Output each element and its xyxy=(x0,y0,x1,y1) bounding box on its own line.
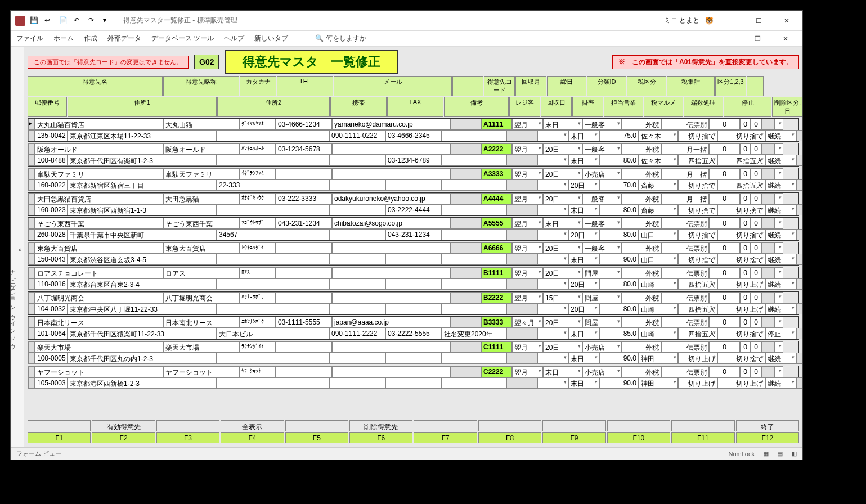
kana-field[interactable]: ﾊｯﾁｮｳﾎﾞﾘ xyxy=(239,292,276,303)
tax-select[interactable]: 外税 xyxy=(622,218,661,229)
record-selector[interactable] xyxy=(28,242,35,254)
addr2-field[interactable] xyxy=(217,353,329,364)
tel-field[interactable] xyxy=(276,242,332,254)
memo-field[interactable] xyxy=(442,179,506,191)
round-select[interactable]: 切り捨て xyxy=(678,204,717,215)
round-select[interactable]: 四捨五入 xyxy=(678,155,717,166)
register-select[interactable] xyxy=(537,278,568,290)
k3-field[interactable]: 0 xyxy=(751,193,761,204)
frac-select[interactable]: 切り上げ xyxy=(717,303,765,314)
memo-field[interactable] xyxy=(442,278,506,290)
fkey-label-button[interactable] xyxy=(542,420,605,431)
stop-select[interactable]: 継続 xyxy=(765,179,796,191)
kana-field[interactable]: ﾛｱｽ xyxy=(239,267,276,278)
tax-select[interactable]: 外税 xyxy=(622,366,661,377)
collect-day-select[interactable]: 末日 xyxy=(568,254,599,265)
zip-field[interactable]: 100-0005 xyxy=(35,353,68,364)
tel-field[interactable] xyxy=(276,267,332,278)
view-form-icon[interactable]: ▦ xyxy=(763,450,769,457)
tel-field[interactable]: 043-231-1234 xyxy=(276,218,332,229)
record-selector[interactable] xyxy=(28,193,35,204)
rate-field[interactable]: 90.0 xyxy=(599,377,639,389)
rate-field[interactable]: 90.0 xyxy=(599,254,639,265)
tell-me-search[interactable]: 🔍 何をしますか xyxy=(315,34,366,43)
menu-home[interactable]: ホーム xyxy=(53,34,74,43)
kana-field[interactable]: ﾊﾝｷｭｳｵｰﾙ xyxy=(239,143,276,155)
mail-field[interactable]: odakyukuroneko@yahoo.co.jp xyxy=(332,193,450,204)
rate-field[interactable]: 75.0 xyxy=(599,130,639,141)
month-select[interactable]: 翌月 xyxy=(512,242,543,254)
k3-field[interactable]: 0 xyxy=(751,218,761,229)
class-select[interactable]: 一般客 xyxy=(582,143,622,155)
memo-field[interactable] xyxy=(442,130,506,141)
save-icon[interactable]: 💾 xyxy=(30,16,39,25)
stop-select[interactable]: 継続 xyxy=(765,353,796,364)
memo-field[interactable] xyxy=(442,204,506,215)
k2-field[interactable]: 0 xyxy=(740,267,751,278)
fax-field[interactable]: 043-231-1234 xyxy=(385,229,442,240)
month-select[interactable]: 翌月 xyxy=(512,267,543,278)
stop-select[interactable]: 継続 xyxy=(765,254,796,265)
stop-select[interactable]: 継続 xyxy=(765,377,796,389)
tax-select[interactable]: 外税 xyxy=(622,292,661,303)
register-select[interactable] xyxy=(537,303,568,314)
abbr-field[interactable]: 韋駄天ファミリ xyxy=(163,168,239,179)
fkey-button[interactable]: F11 xyxy=(671,432,734,443)
fax-field[interactable]: 03-2222-4444 xyxy=(385,204,442,215)
zip-field[interactable]: 135-0042 xyxy=(35,130,68,141)
closing-select[interactable]: 20日 xyxy=(543,242,582,254)
mail-field[interactable] xyxy=(332,366,450,377)
k1-field[interactable]: 0 xyxy=(709,267,740,278)
rate-field[interactable]: 80.0 xyxy=(599,303,639,314)
stop-select[interactable]: 継続 xyxy=(765,204,796,215)
month-select[interactable]: 翌々月 xyxy=(512,317,543,328)
tax-select[interactable]: 外税 xyxy=(622,317,661,328)
agg-select[interactable]: 伝票別 xyxy=(661,119,709,130)
closing-select[interactable]: 末日 xyxy=(543,366,582,377)
abbr-field[interactable]: 大丸山猫 xyxy=(163,119,239,130)
k2-field[interactable]: 0 xyxy=(740,193,751,204)
k1-field[interactable]: 0 xyxy=(709,193,740,204)
zip-field[interactable]: 160-0022 xyxy=(35,179,68,191)
k3-field[interactable]: 0 xyxy=(751,292,761,303)
fax-field[interactable] xyxy=(385,377,442,389)
close-button[interactable]: ✕ xyxy=(775,12,798,29)
collect-day-select[interactable]: 末日 xyxy=(568,155,599,166)
k2-field[interactable]: 0 xyxy=(740,143,751,155)
k2-field[interactable]: 0 xyxy=(740,317,751,328)
stop-select[interactable]: 継続 xyxy=(765,155,796,166)
closing-select[interactable]: 20日 xyxy=(543,267,582,278)
closing-select[interactable]: 20日 xyxy=(543,193,582,204)
record-selector[interactable] xyxy=(28,143,35,155)
closing-select[interactable]: 20日 xyxy=(543,341,582,353)
tax-select[interactable]: 外税 xyxy=(622,119,661,130)
rate-field[interactable]: 80.0 xyxy=(599,278,639,290)
register-select[interactable] xyxy=(537,328,568,339)
frac-select[interactable]: 四捨五入 xyxy=(717,179,765,191)
closing-select[interactable]: 20日 xyxy=(543,143,582,155)
code-field[interactable]: B2222 xyxy=(481,292,512,303)
record-selector[interactable] xyxy=(28,317,35,328)
fax-field[interactable] xyxy=(385,179,442,191)
frac-select[interactable]: 切り捨て xyxy=(717,328,765,339)
code-field[interactable]: C1111 xyxy=(481,341,512,353)
staff-select[interactable]: 山口 xyxy=(639,229,678,240)
code-field[interactable]: A4444 xyxy=(481,193,512,204)
kana-field[interactable]: ｿｺﾞｳﾄｳｻﾞ xyxy=(239,218,276,229)
zip-field[interactable]: 260-0028 xyxy=(35,229,68,240)
tax-select[interactable]: 外税 xyxy=(622,341,661,353)
fax-field[interactable]: 03-1234-6789 xyxy=(385,155,442,166)
abbr-field[interactable]: 東急大百貨店 xyxy=(163,242,239,254)
name-field[interactable]: 八丁堀明光商会 xyxy=(35,292,163,303)
class-select[interactable]: 問屋 xyxy=(582,317,622,328)
zip-field[interactable]: 101-0064 xyxy=(35,328,68,339)
view-design-icon[interactable]: ◧ xyxy=(791,450,797,457)
agg-select[interactable]: 伝票別 xyxy=(661,242,709,254)
mobile-field[interactable] xyxy=(329,278,385,290)
collect-day-select[interactable]: 20日 xyxy=(568,229,599,240)
mobile-field[interactable]: 090-1111-0222 xyxy=(329,130,385,141)
collect-day-select[interactable]: 20日 xyxy=(568,278,599,290)
rate-field[interactable]: 80.0 xyxy=(599,229,639,240)
tel-field[interactable]: 03-222-3333 xyxy=(276,193,332,204)
agg-select[interactable]: 伝票別 xyxy=(661,292,709,303)
